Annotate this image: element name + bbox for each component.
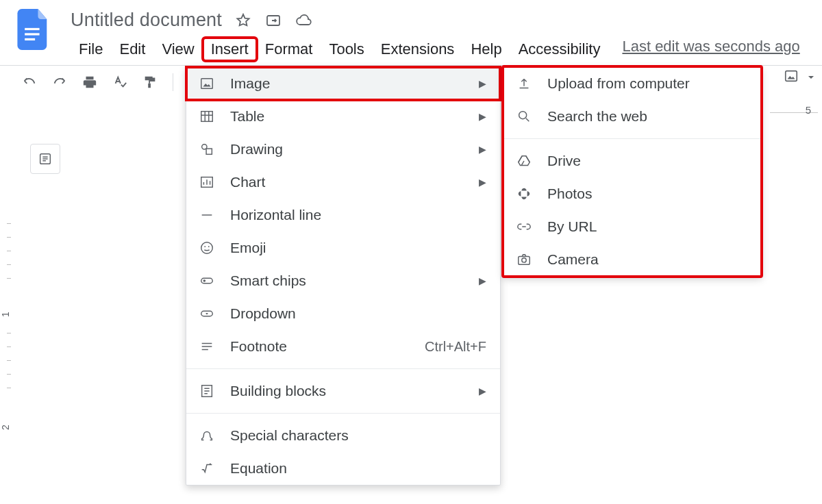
- search-icon: [516, 108, 532, 125]
- insert-horizontal-line[interactable]: Horizontal line: [186, 199, 500, 231]
- insert-dropdown-chip[interactable]: Dropdown: [186, 297, 500, 330]
- insert-equation-label: Equation: [230, 460, 486, 477]
- insert-chart[interactable]: Chart ▶: [186, 166, 500, 199]
- doc-title[interactable]: Untitled document: [71, 10, 222, 31]
- menu-separator: [503, 138, 761, 139]
- redo-button[interactable]: [49, 72, 70, 92]
- drive-icon: [516, 153, 532, 169]
- move-icon[interactable]: [264, 12, 282, 29]
- insert-image-label: Image: [230, 75, 479, 92]
- insert-image[interactable]: Image ▶: [186, 67, 500, 100]
- star-icon[interactable]: [234, 12, 252, 29]
- drawing-icon: [199, 141, 215, 158]
- image-upload-label: Upload from computer: [547, 75, 747, 92]
- menu-edit[interactable]: Edit: [111, 38, 153, 61]
- svg-point-21: [522, 258, 526, 262]
- print-button[interactable]: [79, 72, 100, 92]
- image-search-label: Search the web: [547, 108, 747, 125]
- chart-icon: [199, 174, 215, 190]
- svg-point-19: [519, 112, 527, 119]
- menu-extensions[interactable]: Extensions: [373, 38, 463, 61]
- insert-specialchars-label: Special characters: [230, 427, 486, 444]
- svg-rect-15: [201, 278, 213, 283]
- svg-point-12: [201, 242, 213, 254]
- menu-separator: [186, 413, 500, 414]
- camera-icon: [516, 251, 532, 268]
- svg-point-14: [208, 246, 210, 247]
- image-submenu: Upload from computer Search the web Driv…: [503, 66, 762, 277]
- insert-hr-label: Horizontal line: [230, 207, 486, 223]
- docs-logo[interactable]: [14, 5, 53, 53]
- image-photos-label: Photos: [547, 186, 747, 202]
- insert-equation[interactable]: Equation: [186, 452, 500, 485]
- svg-rect-8: [201, 112, 213, 122]
- menu-tools[interactable]: Tools: [321, 38, 372, 61]
- insert-buildingblocks-label: Building blocks: [230, 383, 479, 399]
- image-byurl-label: By URL: [547, 218, 747, 235]
- cloud-status-icon[interactable]: [295, 12, 312, 29]
- footnote-icon: [199, 338, 215, 355]
- insert-footnote[interactable]: Footnote Ctrl+Alt+F: [186, 330, 500, 363]
- image-photos[interactable]: Photos: [503, 177, 761, 210]
- svg-rect-0: [25, 28, 39, 30]
- insert-drawing[interactable]: Drawing ▶: [186, 133, 500, 166]
- undo-button[interactable]: [19, 72, 40, 92]
- horizontal-line-icon: [199, 207, 215, 223]
- submenu-arrow-icon: ▶: [479, 111, 486, 122]
- insert-table-label: Table: [230, 108, 479, 125]
- svg-rect-10: [206, 149, 212, 154]
- vertical-ruler: 1 2: [3, 216, 19, 490]
- table-icon: [199, 108, 215, 125]
- building-blocks-icon: [199, 383, 215, 399]
- emoji-icon: [199, 240, 215, 256]
- svg-point-16: [203, 279, 206, 282]
- chevron-down-icon[interactable]: [807, 71, 815, 85]
- menu-help[interactable]: Help: [462, 38, 510, 61]
- svg-rect-1: [25, 33, 39, 35]
- insert-emoji[interactable]: Emoji: [186, 231, 500, 264]
- insert-dropdown-label: Dropdown: [230, 305, 486, 322]
- doc-header: Untitled document File Edit View Insert …: [0, 0, 822, 61]
- submenu-arrow-icon: ▶: [479, 386, 486, 396]
- image-icon: [199, 75, 215, 92]
- link-icon: [516, 218, 532, 235]
- menu-file[interactable]: File: [71, 38, 111, 61]
- submenu-arrow-icon: ▶: [479, 275, 486, 286]
- last-edit-link[interactable]: Last edit was seconds ago: [622, 38, 799, 61]
- image-by-url[interactable]: By URL: [503, 210, 761, 243]
- insert-smart-chips[interactable]: Smart chips ▶: [186, 264, 500, 297]
- image-upload-from-computer[interactable]: Upload from computer: [503, 67, 761, 100]
- insert-special-characters[interactable]: Special characters: [186, 419, 500, 452]
- smart-chips-icon: [199, 273, 215, 289]
- menu-format[interactable]: Format: [257, 38, 321, 61]
- image-drive[interactable]: Drive: [503, 144, 761, 177]
- paint-format-button[interactable]: [140, 72, 160, 92]
- outline-toggle[interactable]: [30, 144, 60, 174]
- menu-separator: [186, 368, 500, 369]
- menu-view[interactable]: View: [153, 38, 202, 61]
- footnote-shortcut: Ctrl+Alt+F: [425, 339, 486, 355]
- insert-table[interactable]: Table ▶: [186, 100, 500, 133]
- insert-emoji-label: Emoji: [230, 240, 486, 256]
- insert-building-blocks[interactable]: Building blocks ▶: [186, 375, 500, 407]
- image-search-web[interactable]: Search the web: [503, 100, 761, 133]
- upload-icon: [516, 75, 532, 92]
- image-drive-label: Drive: [547, 153, 747, 169]
- menubar: File Edit View Insert Format Tools Exten…: [71, 38, 800, 61]
- vruler-1: 1: [0, 312, 11, 317]
- omega-icon: [199, 427, 215, 444]
- svg-rect-7: [201, 79, 213, 89]
- spellcheck-button[interactable]: [110, 72, 130, 92]
- menu-accessibility[interactable]: Accessibility: [510, 38, 609, 61]
- insert-dropdown: Image ▶ Table ▶ Drawing ▶ Chart ▶ Horizo…: [186, 66, 501, 486]
- svg-rect-4: [148, 83, 151, 87]
- submenu-arrow-icon: ▶: [479, 144, 486, 155]
- submenu-arrow-icon: ▶: [479, 177, 486, 188]
- insert-drawing-label: Drawing: [230, 141, 479, 158]
- image-camera[interactable]: Camera: [503, 243, 761, 276]
- insert-image-tb-icon[interactable]: [784, 68, 799, 87]
- menu-insert[interactable]: Insert: [203, 38, 257, 61]
- insert-chart-label: Chart: [230, 174, 479, 190]
- svg-rect-2: [25, 38, 35, 40]
- vruler-2: 2: [0, 425, 11, 430]
